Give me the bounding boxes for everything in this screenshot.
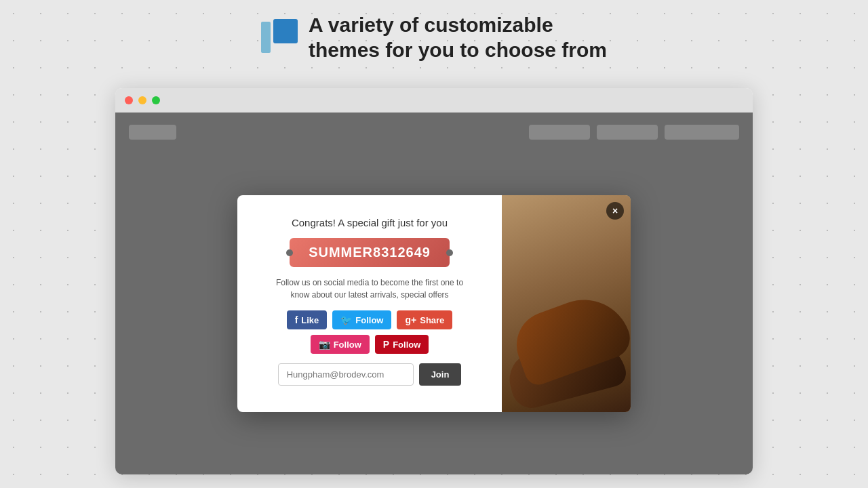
social-row-1: f Like 🐦 Follow g+ Share bbox=[287, 310, 453, 329]
close-button[interactable]: × bbox=[606, 202, 624, 220]
facebook-icon: f bbox=[295, 314, 298, 325]
pinterest-follow-button[interactable]: P Follow bbox=[375, 335, 429, 354]
pinterest-label: Follow bbox=[393, 340, 420, 350]
social-row-2: 📷 Follow P Follow bbox=[311, 335, 429, 354]
twitter-label: Follow bbox=[355, 315, 383, 325]
twitter-follow-button[interactable]: 🐦 Follow bbox=[332, 310, 391, 329]
minimize-traffic-light[interactable] bbox=[138, 96, 146, 104]
coupon-box: SUMMER8312649 bbox=[290, 238, 450, 267]
browser-body: Congrats! A special gift just for you SU… bbox=[115, 113, 753, 474]
header-text: A variety of customizable themes for you… bbox=[309, 12, 607, 63]
modal-container: Congrats! A special gift just for you SU… bbox=[237, 195, 631, 412]
follow-description: Follow us on social media to become the … bbox=[276, 277, 463, 301]
top-header: A variety of customizable themes for you… bbox=[0, 0, 868, 75]
coupon-code: SUMMER8312649 bbox=[309, 245, 431, 260]
close-traffic-light[interactable] bbox=[125, 96, 133, 104]
twitter-icon: 🐦 bbox=[340, 314, 352, 325]
header-title-line1: A variety of customizable bbox=[309, 12, 607, 38]
modal-left: Congrats! A special gift just for you SU… bbox=[237, 195, 502, 412]
instagram-icon: 📷 bbox=[319, 339, 330, 350]
email-input[interactable] bbox=[278, 363, 414, 386]
facebook-label: Like bbox=[301, 315, 319, 325]
google-label: Share bbox=[420, 315, 444, 325]
google-icon: g+ bbox=[405, 314, 416, 325]
pinterest-icon: P bbox=[383, 339, 389, 350]
shoe-image bbox=[502, 195, 631, 412]
instagram-label: Follow bbox=[334, 340, 361, 350]
congrats-text: Congrats! A special gift just for you bbox=[292, 217, 448, 228]
join-button[interactable]: Join bbox=[419, 363, 462, 386]
modal-right: × bbox=[502, 195, 631, 412]
logo-icon bbox=[261, 19, 298, 56]
facebook-like-button[interactable]: f Like bbox=[287, 310, 328, 329]
google-share-button[interactable]: g+ Share bbox=[397, 310, 452, 329]
email-row: Join bbox=[256, 363, 483, 386]
header-title-line2: themes for you to choose from bbox=[309, 37, 607, 63]
browser-titlebar bbox=[115, 88, 753, 113]
maximize-traffic-light[interactable] bbox=[152, 96, 160, 104]
modal-overlay: Congrats! A special gift just for you SU… bbox=[115, 113, 753, 474]
browser-window: Congrats! A special gift just for you SU… bbox=[115, 88, 753, 474]
instagram-follow-button[interactable]: 📷 Follow bbox=[311, 335, 370, 354]
